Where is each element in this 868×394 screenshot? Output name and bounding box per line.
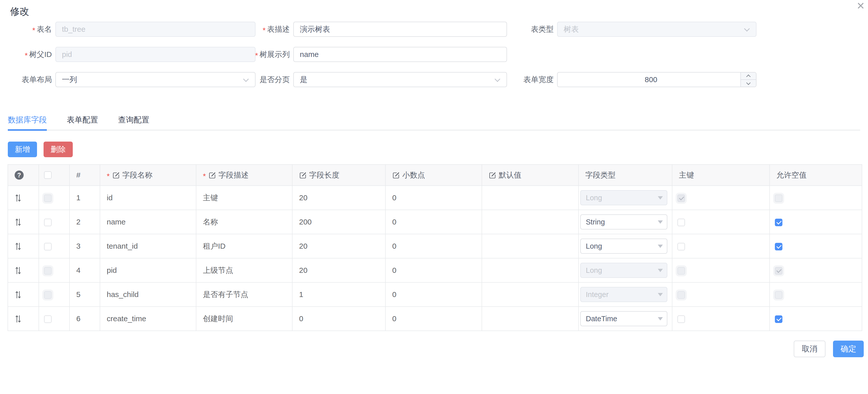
edit-column-icon [299,171,307,179]
drag-handle-cell [8,186,39,210]
tree-display-col-input[interactable] [293,47,507,62]
primary-key-checkbox[interactable] [677,219,685,226]
primary-key-checkbox[interactable] [677,315,685,323]
form-width-input[interactable] [557,72,756,87]
nullable-checkbox[interactable] [775,243,782,250]
cell-default [482,234,579,258]
field-type-cell: DateTime [579,307,672,331]
nullable-checkbox [775,267,782,275]
cell-default [482,258,579,282]
nullable-cell [770,210,862,234]
close-icon[interactable]: × [857,0,865,12]
cell-index: 6 [69,307,100,331]
chevron-down-icon [744,26,750,32]
field-type-value: Long [586,194,602,202]
table-config-form: *表名 *表描述 表类型 树表 *树父ID *树展示列 表单布局 一列 [0,22,868,87]
triangle-down-icon [658,269,663,272]
row-select-checkbox [44,291,52,299]
form-width-label: 表单宽度 [507,75,557,85]
drag-sort-icon[interactable] [14,290,22,299]
tab-query-config[interactable]: 查询配置 [118,115,149,129]
form-layout-value: 一列 [62,75,77,85]
cell-default [482,282,579,307]
column-header-nullable: 允许空值 [770,165,862,186]
question-icon[interactable]: ? [14,171,24,179]
cell-index: 3 [69,234,100,258]
cell-decimal: 0 [385,258,482,282]
add-field-button[interactable]: 新增 [8,142,37,157]
column-header-default: 默认值 [482,165,579,186]
nullable-checkbox [775,195,782,202]
nullable-cell [770,234,862,258]
field-table-body: 1id主键200Long 2name名称2000String 3tenant_i… [8,186,862,331]
number-stepper [740,73,756,87]
decrement-button[interactable] [741,80,756,87]
drag-sort-icon[interactable] [14,242,22,251]
cell-length: 20 [292,234,385,258]
nullable-checkbox [775,291,782,299]
field-type-value: Long [586,242,602,250]
table-row: 6create_time创建时间00DateTime [8,307,862,331]
field-type-select[interactable]: Long [580,238,668,254]
field-type-cell: Integer [579,282,672,307]
pagination-select[interactable]: 是 [293,72,507,87]
row-select-checkbox[interactable] [44,315,52,323]
field-type-select[interactable]: String [580,215,668,229]
tab-database-fields[interactable]: 数据库字段 [8,115,47,131]
drag-sort-icon[interactable] [14,266,22,275]
tree-parent-id-label: *树父ID [0,49,55,60]
chevron-up-icon [746,74,751,79]
required-mark: * [203,170,206,180]
nullable-checkbox[interactable] [775,219,782,226]
column-label: 允许空值 [776,170,807,180]
table-desc-input[interactable] [293,22,507,37]
triangle-down-icon [658,245,663,248]
table-row: 1id主键200Long [8,186,862,210]
form-layout-select[interactable]: 一列 [55,72,255,87]
nullable-cell [770,307,862,331]
field-type-select[interactable]: DateTime [580,311,668,326]
table-type-label: 表类型 [507,24,557,34]
table-row: 2name名称2000String [8,210,862,234]
column-header-help: ? [8,165,39,186]
field-type-select: Integer [580,287,668,302]
drag-sort-icon[interactable] [14,218,22,226]
column-label: 字段类型 [585,170,616,180]
field-type-cell: Long [579,186,672,210]
chevron-down-icon [746,81,751,85]
form-layout-label: 表单布局 [0,75,55,85]
column-label: 默认值 [499,170,521,180]
drag-handle-cell [8,210,39,234]
tab-form-config[interactable]: 表单配置 [67,115,98,129]
drag-handle-cell [8,282,39,307]
tree-parent-id-input [55,47,255,62]
increment-button[interactable] [741,73,756,80]
row-select-cell [39,282,69,307]
row-select-checkbox[interactable] [44,219,52,226]
confirm-button[interactable]: 确定 [833,341,864,357]
form-row-1: *表名 *表描述 表类型 树表 [0,22,868,37]
drag-sort-icon[interactable] [14,315,22,323]
table-name-input [55,22,255,37]
field-type-value: String [586,218,605,226]
primary-key-checkbox[interactable] [677,243,685,250]
nullable-checkbox[interactable] [775,315,782,323]
select-all-checkbox[interactable] [44,171,52,179]
column-label: 字段名称 [122,170,153,180]
drag-sort-icon[interactable] [14,194,22,202]
field-toolbar: 新增 删除 [8,142,868,157]
drag-handle-cell [8,307,39,331]
primary-key-checkbox [677,267,685,275]
delete-field-button[interactable]: 删除 [43,142,73,157]
required-mark: * [262,24,266,34]
row-select-cell [39,307,69,331]
cell-name: id [100,186,196,210]
database-fields-table: ?#* 字段名称* 字段描述 字段长度 小数点 默认值字段类型主键允许空值 1i… [7,164,862,331]
cancel-button[interactable]: 取消 [794,341,826,357]
pagination-label: 是否分页 [255,75,293,85]
cell-decimal: 0 [385,210,482,234]
row-select-checkbox[interactable] [44,243,52,250]
cell-decimal: 0 [385,186,482,210]
column-header-index: # [69,165,100,186]
triangle-down-icon [658,317,663,320]
